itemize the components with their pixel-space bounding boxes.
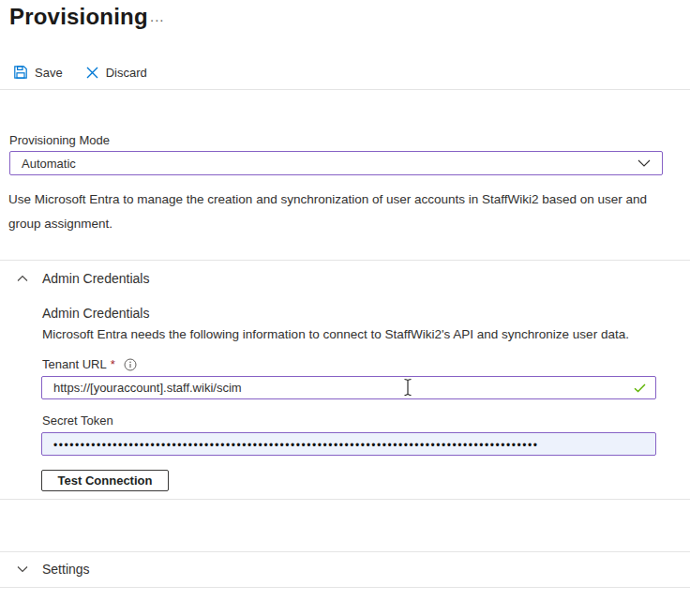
required-asterisk: * (111, 357, 115, 371)
discard-x-icon (85, 66, 99, 80)
save-button-label: Save (35, 66, 63, 80)
section-divider-top (0, 260, 690, 261)
admin-credentials-section-header[interactable]: Admin Credentials (17, 271, 149, 286)
discard-button[interactable]: Discard (85, 66, 147, 80)
provisioning-mode-label: Provisioning Mode (9, 133, 110, 147)
provisioning-mode-dropdown[interactable]: Automatic (9, 151, 663, 175)
admin-credentials-bottom-divider (0, 499, 690, 500)
toolbar-divider (0, 89, 690, 90)
chevron-up-icon (17, 275, 28, 282)
settings-section-label: Settings (42, 562, 90, 577)
secret-token-input[interactable]: ••••••••••••••••••••••••••••••••••••••••… (41, 432, 656, 456)
settings-top-divider (0, 551, 690, 552)
save-button[interactable]: Save (13, 65, 63, 80)
tenant-url-label-row: Tenant URL * (42, 357, 137, 371)
secret-token-label: Secret Token (42, 413, 113, 428)
settings-bottom-divider (0, 587, 690, 588)
page-title: Provisioning (9, 4, 148, 30)
chevron-down-icon (17, 565, 28, 573)
tenant-url-label: Tenant URL (42, 357, 107, 371)
provisioning-mode-selected-value: Automatic (22, 157, 638, 171)
info-icon[interactable] (124, 358, 137, 371)
settings-section-header[interactable]: Settings (17, 562, 90, 577)
provisioning-description: Use Microsoft Entra to manage the creati… (8, 188, 667, 236)
test-connection-button[interactable]: Test Connection (41, 470, 169, 491)
discard-button-label: Discard (106, 66, 147, 80)
save-icon (13, 65, 28, 80)
tenant-url-input[interactable]: https://[youraccount].staff.wiki/scim (41, 376, 656, 399)
tenant-url-value: https://[youraccount].staff.wiki/scim (53, 381, 634, 395)
chevron-down-icon (638, 159, 651, 167)
more-options-button[interactable]: ... (150, 8, 165, 26)
admin-credentials-description: Microsoft Entra needs the following info… (42, 327, 629, 341)
secret-token-masked-value: ••••••••••••••••••••••••••••••••••••••••… (53, 439, 646, 452)
admin-credentials-section-label: Admin Credentials (42, 271, 149, 286)
valid-check-icon (634, 383, 646, 393)
command-bar: Save Discard (13, 62, 147, 83)
admin-credentials-subheading: Admin Credentials (42, 306, 149, 321)
